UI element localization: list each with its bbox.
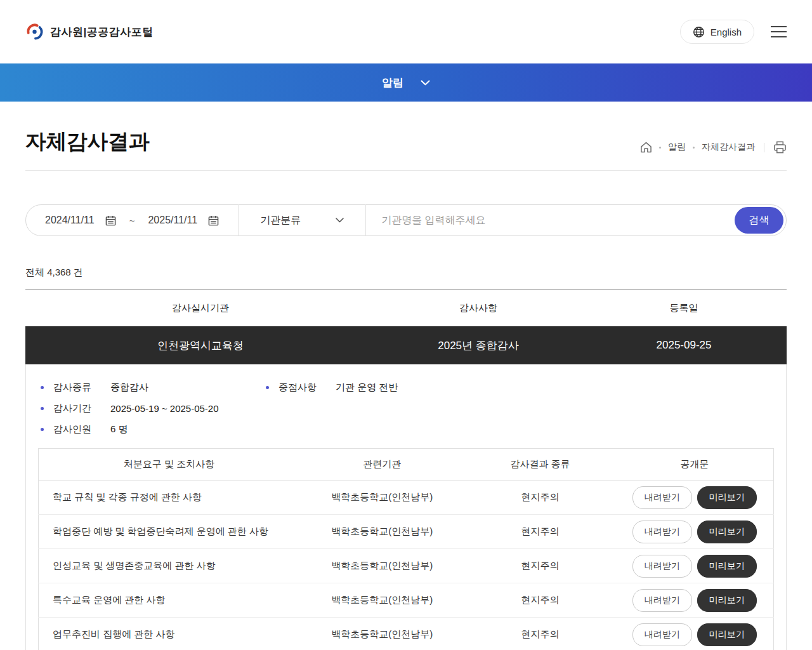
detail-fields: 감사종류 종합감사 중점사항 기관 운영 전반 감사기간 2025-05-19 … xyxy=(38,381,774,435)
bullet-icon xyxy=(266,386,269,389)
globe-icon xyxy=(693,26,705,38)
date-range: 2024/11/11 ~ 2025/11/11 xyxy=(26,215,238,226)
home-icon[interactable] xyxy=(640,142,652,153)
menu-bar xyxy=(771,36,787,37)
row-item: 학업중단 예방 및 학업중단숙려제 운영에 관한 사항 xyxy=(39,515,299,549)
detail-panel: 감사종류 종합감사 중점사항 기관 운영 전반 감사기간 2025-05-19 … xyxy=(25,364,787,650)
detail-field-focus: 중점사항 기관 운영 전반 xyxy=(266,381,774,394)
table-row: 특수교육 운영에 관한 사항 백학초등학교(인천남부) 현지주의 내려받기 미리… xyxy=(39,583,774,618)
row-org: 백학초등학교(인천남부) xyxy=(299,481,465,515)
title-row: 자체감사결과 알림 자체감사결과 xyxy=(25,102,787,171)
menu-bar xyxy=(771,26,787,27)
table-row: 업무추진비 집행에 관한 사항 백학초등학교(인천남부) 현지주의 내려받기 미… xyxy=(39,618,774,650)
row-org: 백학초등학교(인천남부) xyxy=(299,583,465,618)
chevron-down-icon xyxy=(421,80,430,86)
logo[interactable]: 감사원|공공감사포털 xyxy=(25,22,154,41)
calendar-icon[interactable] xyxy=(105,215,116,226)
preview-button[interactable]: 미리보기 xyxy=(697,486,757,509)
row-item: 학교 규칙 및 각종 규정에 관한 사항 xyxy=(39,481,299,515)
top-header: 감사원|공공감사포털 English xyxy=(0,0,812,63)
print-icon[interactable] xyxy=(773,141,787,154)
download-button[interactable]: 내려받기 xyxy=(632,589,692,612)
table-row: 학업중단 예방 및 학업중단숙려제 운영에 관한 사항 백학초등학교(인천남부)… xyxy=(39,515,774,549)
column-header-doc: 공개문 xyxy=(615,449,773,481)
search-button[interactable]: 검색 xyxy=(735,207,783,234)
download-button[interactable]: 내려받기 xyxy=(632,623,692,646)
column-header-type: 감사결과 종류 xyxy=(465,449,616,481)
date-to-field[interactable]: 2025/11/11 xyxy=(148,215,197,226)
language-label: English xyxy=(710,27,742,37)
row-item: 특수교육 운영에 관한 사항 xyxy=(39,583,299,618)
row-item: 업무추진비 집행에 관한 사항 xyxy=(39,618,299,650)
disposition-table: 처분요구 및 조치사항 관련기관 감사결과 종류 공개문 학교 규칙 및 각종 … xyxy=(38,448,774,650)
preview-button[interactable]: 미리보기 xyxy=(697,623,757,646)
bullet-icon xyxy=(41,386,44,389)
download-button[interactable]: 내려받기 xyxy=(632,555,692,578)
preview-button[interactable]: 미리보기 xyxy=(697,555,757,578)
download-button[interactable]: 내려받기 xyxy=(632,521,692,543)
date-range-tilde: ~ xyxy=(129,215,135,226)
row-type: 현지주의 xyxy=(465,515,616,549)
result-row-expanded[interactable]: 인천광역시교육청 2025년 종합감사 2025-09-25 xyxy=(25,326,787,364)
column-header-agency: 감사실시기관 xyxy=(25,302,376,314)
bullet-icon xyxy=(41,428,44,431)
disposition-header-row: 처분요구 및 조치사항 관련기관 감사결과 종류 공개문 xyxy=(39,449,774,481)
menu-bar xyxy=(771,31,787,32)
nav-item-alerts[interactable]: 알림 xyxy=(382,76,430,90)
language-button[interactable]: English xyxy=(680,20,754,44)
breadcrumb-divider xyxy=(764,143,764,152)
row-item: 인성교육 및 생명존중교육에 관한 사항 xyxy=(39,549,299,583)
page-title: 자체감사결과 xyxy=(25,128,149,156)
breadcrumb-level1[interactable]: 알림 xyxy=(668,142,686,153)
detail-field-audit-type: 감사종류 종합감사 xyxy=(41,381,266,394)
result-subject: 2025년 종합감사 xyxy=(376,338,581,353)
preview-button[interactable]: 미리보기 xyxy=(697,521,757,543)
filter-bar: 2024/11/11 ~ 2025/11/11 xyxy=(25,204,787,236)
row-type: 현지주의 xyxy=(465,618,616,650)
row-org: 백학초등학교(인천남부) xyxy=(299,618,465,650)
breadcrumb-separator xyxy=(693,147,695,149)
column-header-subject: 감사사항 xyxy=(376,302,581,314)
bullet-icon xyxy=(41,407,44,410)
org-type-select[interactable]: 기관분류 xyxy=(239,214,365,227)
download-button[interactable]: 내려받기 xyxy=(632,486,692,509)
logo-text: 감사원|공공감사포털 xyxy=(50,25,154,39)
row-org: 백학초등학교(인천남부) xyxy=(299,515,465,549)
main-nav: 알림 xyxy=(0,63,812,102)
column-header-org: 관련기관 xyxy=(299,449,465,481)
results-header-row: 감사실시기관 감사사항 등록일 xyxy=(25,290,787,326)
table-row: 학교 규칙 및 각종 규정에 관한 사항 백학초등학교(인천남부) 현지주의 내… xyxy=(39,481,774,515)
breadcrumb-level2[interactable]: 자체감사결과 xyxy=(702,142,755,153)
breadcrumb-separator xyxy=(659,147,661,149)
menu-button[interactable] xyxy=(771,23,787,40)
nav-item-label: 알림 xyxy=(382,76,403,90)
chevron-down-icon xyxy=(336,218,344,223)
detail-field-staff: 감사인원 6 명 xyxy=(41,423,266,435)
bai-logo-icon xyxy=(25,22,44,41)
column-header-item: 처분요구 및 조치사항 xyxy=(39,449,299,481)
header-actions: English xyxy=(680,20,787,44)
column-header-date: 등록일 xyxy=(581,302,787,314)
detail-field-period: 감사기간 2025-05-19 ~ 2025-05-20 xyxy=(41,402,266,415)
row-type: 현지주의 xyxy=(465,583,616,618)
calendar-icon[interactable] xyxy=(208,215,219,226)
row-type: 현지주의 xyxy=(465,549,616,583)
result-agency: 인천광역시교육청 xyxy=(25,338,376,353)
table-row: 인성교육 및 생명존중교육에 관한 사항 백학초등학교(인천남부) 현지주의 내… xyxy=(39,549,774,583)
date-from-field[interactable]: 2024/11/11 xyxy=(45,215,95,226)
results-table: 감사실시기관 감사사항 등록일 인천광역시교육청 2025년 종합감사 2025… xyxy=(25,289,787,650)
total-count: 전체 4,368 건 xyxy=(25,267,787,279)
breadcrumb: 알림 자체감사결과 xyxy=(640,141,787,156)
result-date: 2025-09-25 xyxy=(581,339,787,352)
org-type-label: 기관분류 xyxy=(260,214,301,227)
row-type: 현지주의 xyxy=(465,481,616,515)
preview-button[interactable]: 미리보기 xyxy=(697,589,757,612)
org-name-input[interactable] xyxy=(366,215,735,226)
row-org: 백학초등학교(인천남부) xyxy=(299,549,465,583)
